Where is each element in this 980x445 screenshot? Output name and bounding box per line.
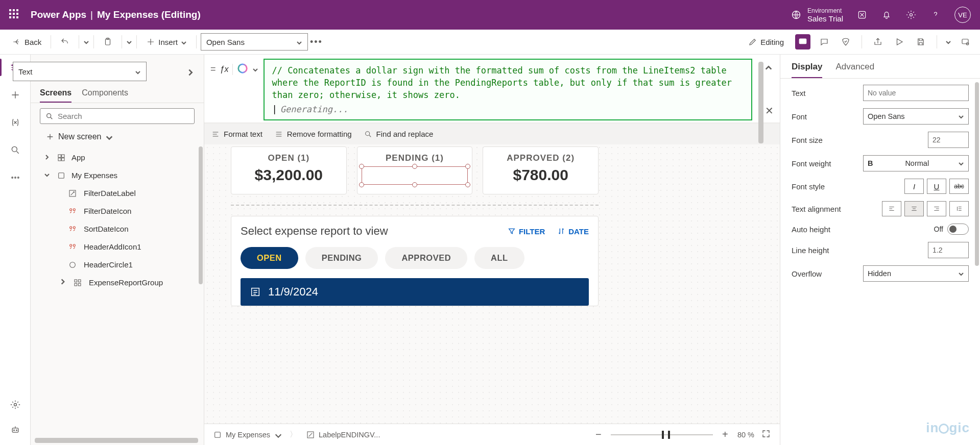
more-rail-icon[interactable]: [8, 170, 23, 185]
collapse-panel-icon[interactable]: [186, 68, 195, 77]
fx-icon[interactable]: ƒx: [220, 65, 229, 74]
tab-screens[interactable]: Screens: [40, 84, 71, 103]
design-canvas[interactable]: OPEN (1) $3,200.00 PENDING (1) APPROVED …: [204, 144, 780, 445]
editing-mode[interactable]: Editing: [743, 34, 789, 50]
fit-to-screen-icon[interactable]: [761, 429, 771, 440]
help-icon[interactable]: [930, 9, 941, 20]
zoom-slider[interactable]: [611, 434, 713, 435]
new-screen-button[interactable]: New screen: [31, 129, 204, 149]
svg-point-23: [70, 208, 72, 210]
tree-child[interactable]: HeaderCircle1: [31, 256, 201, 274]
pill-all[interactable]: ALL: [474, 247, 524, 269]
prop-line-height-input[interactable]: [928, 242, 969, 258]
align-justify[interactable]: [949, 201, 969, 216]
environment-picker[interactable]: Environment Sales Trial: [791, 7, 843, 23]
tree-child[interactable]: SortDateIcon: [31, 220, 201, 238]
formula-scrollbar[interactable]: [758, 62, 763, 143]
tree-node-app[interactable]: App: [31, 149, 201, 166]
app-launcher-icon[interactable]: [9, 9, 20, 20]
prop-font-select[interactable]: Open Sans: [863, 108, 969, 125]
tree-search-input[interactable]: [58, 112, 189, 120]
tree-child[interactable]: FilterDateLabel: [31, 184, 201, 202]
variables-icon[interactable]: [8, 115, 23, 130]
breadcrumb-screen[interactable]: My Expenses: [213, 431, 280, 439]
tree-search-box[interactable]: [40, 108, 195, 124]
filter-button[interactable]: FILTER: [508, 227, 545, 236]
prop-font-weight-select[interactable]: Normal: [863, 155, 969, 171]
search-rail-icon[interactable]: [8, 142, 23, 158]
save-icon[interactable]: [913, 34, 928, 50]
svg-point-16: [47, 113, 51, 117]
pill-open[interactable]: OPEN: [241, 247, 298, 269]
settings-icon[interactable]: [905, 9, 917, 20]
publish-icon[interactable]: [958, 34, 973, 50]
find-replace-button[interactable]: Find and replace: [364, 130, 434, 138]
tree-view-panel: Tree view Screens Components New screen …: [31, 55, 204, 445]
app-title: Power Apps|My Expenses (Editing): [31, 9, 201, 20]
preview-icon[interactable]: [892, 34, 907, 50]
selected-label-control[interactable]: [362, 166, 468, 185]
undo-button[interactable]: [55, 34, 75, 50]
paste-split-chevron[interactable]: [126, 39, 132, 45]
tree-scrollbar[interactable]: [199, 146, 203, 284]
back-button[interactable]: Back: [7, 34, 46, 50]
tab-display[interactable]: Display: [792, 58, 822, 78]
properties-scrollbar[interactable]: [975, 82, 979, 266]
user-avatar[interactable]: VE: [954, 7, 971, 23]
pill-pending[interactable]: PENDING: [305, 247, 378, 269]
prop-overflow-select[interactable]: Hidden: [863, 265, 969, 282]
strike-toggle[interactable]: abc: [949, 179, 969, 194]
zoom-value: 80 %: [737, 431, 754, 439]
zoom-in-button[interactable]: +: [720, 429, 730, 440]
pill-approved[interactable]: APPROVED: [385, 247, 467, 269]
align-left[interactable]: [882, 201, 901, 216]
tree-child[interactable]: HeaderAddIcon1: [31, 238, 201, 256]
copilot-formula-icon[interactable]: [237, 63, 248, 76]
command-bar: Back Insert Open Sans ••• Editing: [0, 30, 980, 55]
tab-advanced[interactable]: Advanced: [835, 58, 874, 78]
underline-toggle[interactable]: U: [927, 179, 946, 194]
tree-horizontal-scrollbar[interactable]: [35, 438, 198, 443]
svg-rect-31: [78, 280, 81, 282]
svg-rect-13: [12, 428, 18, 432]
virtual-agent-icon[interactable]: [8, 423, 23, 438]
tree-child[interactable]: ExpenseReportGroup: [31, 274, 201, 291]
formula-close-icon[interactable]: ✕: [765, 105, 774, 117]
remove-formatting-button[interactable]: Remove formatting: [275, 130, 352, 138]
svg-rect-32: [75, 283, 77, 286]
date-sort-button[interactable]: DATE: [557, 227, 589, 236]
prop-text-input[interactable]: [863, 85, 969, 101]
comments-pane-icon[interactable]: [795, 34, 810, 50]
font-picker[interactable]: Open Sans: [201, 33, 308, 51]
tree-node-my-expenses[interactable]: My Expenses: [31, 166, 201, 184]
align-center[interactable]: [904, 201, 924, 216]
insert-pane-icon[interactable]: [8, 87, 23, 103]
copilot-icon[interactable]: [856, 9, 868, 20]
zoom-out-button[interactable]: −: [593, 429, 604, 440]
svg-point-27: [70, 244, 72, 246]
checker-icon[interactable]: [838, 34, 853, 50]
chat-icon[interactable]: [817, 34, 832, 50]
formula-collapse-icon[interactable]: [764, 64, 773, 73]
auto-height-toggle[interactable]: [947, 224, 969, 235]
insert-button[interactable]: Insert: [141, 34, 192, 50]
expense-report-row[interactable]: 11/9/2024: [241, 278, 589, 306]
paste-button[interactable]: [98, 34, 117, 50]
undo-split-chevron[interactable]: [83, 39, 89, 45]
more-commands-icon[interactable]: •••: [310, 37, 322, 47]
format-text-button[interactable]: Format text: [211, 130, 262, 138]
breadcrumb-control[interactable]: LabelpENDINGV...: [306, 431, 380, 439]
tab-components[interactable]: Components: [82, 84, 128, 103]
rail-settings-icon[interactable]: [8, 397, 23, 412]
notifications-icon[interactable]: [881, 9, 892, 20]
prop-font-size-input[interactable]: [928, 132, 969, 148]
formula-editor[interactable]: // Concatenates a dollar sign with the f…: [264, 59, 752, 120]
tree-child[interactable]: FilterDateIcon: [31, 202, 201, 220]
app-header: Power Apps|My Expenses (Editing) Environ…: [0, 0, 980, 30]
share-icon[interactable]: [870, 34, 886, 50]
svg-rect-20: [62, 158, 64, 160]
align-right[interactable]: [927, 201, 946, 216]
property-selector[interactable]: Text: [13, 62, 147, 81]
save-split-chevron[interactable]: [945, 39, 951, 45]
italic-toggle[interactable]: I: [904, 179, 924, 194]
